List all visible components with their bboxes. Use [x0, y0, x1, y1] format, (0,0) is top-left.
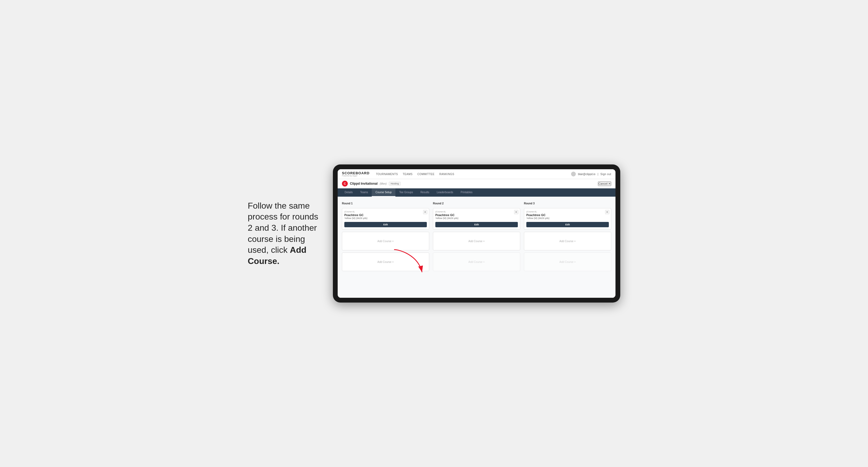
content-area: Round 1 ✕ (Course A) Peachtree GC Yellow… [338, 197, 616, 298]
round-3-add-course-label-1: Add Course + [559, 240, 576, 243]
nav-rankings[interactable]: RANKINGS [439, 173, 454, 176]
tab-leaderboards[interactable]: Leaderboards [433, 188, 457, 197]
user-email: blair@clippd.io [578, 173, 595, 176]
user-avatar [571, 172, 576, 177]
top-nav: SCOREBOARD Powered by clippd TOURNAMENTS… [338, 169, 616, 179]
brand-sub: Powered by clippd [342, 175, 370, 177]
round-1-add-course-label-1: Add Course + [377, 240, 394, 243]
round-1-course-name: Peachtree GC [344, 213, 427, 217]
round-2-course-name: Peachtree GC [435, 213, 518, 217]
round-3-add-course-2: Add Course + [524, 252, 611, 271]
round-1-remove-button[interactable]: ✕ [423, 210, 427, 214]
round-3-edit-button[interactable]: Edit [526, 222, 609, 227]
round-2-edit-button[interactable]: Edit [435, 222, 518, 227]
round-3-add-course-label-2: Add Course + [559, 260, 576, 263]
instruction-bold: Add Course. [248, 245, 306, 266]
brand-logo: SCOREBOARD Powered by clippd [342, 172, 370, 177]
tab-results[interactable]: Results [417, 188, 433, 197]
round-1-add-course-label-2: Add Course + [377, 260, 394, 263]
tab-tee-groups[interactable]: Tee Groups [395, 188, 417, 197]
round-1-label: Round 1 [342, 202, 429, 205]
tab-printables[interactable]: Printables [457, 188, 476, 197]
round-3-label: Round 3 [524, 202, 611, 205]
round-1-course-detail: Yellow (M) (6629 yds) [344, 217, 427, 220]
round-1-course-tag: (Course A) [344, 211, 427, 213]
round-1-course-card: ✕ (Course A) Peachtree GC Yellow (M) (66… [342, 208, 429, 230]
round-2-add-course-1[interactable]: Add Course + [433, 232, 520, 250]
instruction-text: Follow the same process for rounds 2 and… [248, 200, 322, 267]
round-2-remove-button[interactable]: ✕ [514, 210, 518, 214]
nav-tournaments[interactable]: TOURNAMENTS [376, 173, 398, 176]
round-3-course-name: Peachtree GC [526, 213, 609, 217]
tablet-device: SCOREBOARD Powered by clippd TOURNAMENTS… [333, 164, 620, 303]
nav-committee[interactable]: COMMITTEE [417, 173, 435, 176]
nav-teams[interactable]: TEAMS [403, 173, 412, 176]
tablet-screen: SCOREBOARD Powered by clippd TOURNAMENTS… [338, 169, 616, 298]
round-2-add-course-label-1: Add Course + [468, 240, 485, 243]
round-3-remove-button[interactable]: ✕ [605, 210, 609, 214]
sub-header-left: C Clippd Invitational (Men) Hosting [342, 181, 401, 187]
round-3-column: Round 3 ✕ (Course A) Peachtree GC Yellow… [524, 202, 611, 271]
round-3-add-course-1[interactable]: Add Course + [524, 232, 611, 250]
round-2-add-course-label-2: Add Course + [468, 260, 485, 263]
nav-links: TOURNAMENTS TEAMS COMMITTEE RANKINGS [376, 173, 565, 176]
round-2-course-detail: Yellow (M) (6629 yds) [435, 217, 518, 220]
round-2-course-card: ✕ (Course A) Peachtree GC Yellow (M) (66… [433, 208, 520, 230]
round-3-course-card: ✕ (Course A) Peachtree GC Yellow (M) (66… [524, 208, 611, 230]
tab-bar: Details Teams Course Setup Tee Groups Re… [338, 188, 616, 197]
sign-out-link[interactable]: Sign out [600, 173, 611, 176]
round-2-course-tag: (Course A) [435, 211, 518, 213]
rounds-grid: Round 1 ✕ (Course A) Peachtree GC Yellow… [342, 202, 611, 271]
round-3-course-tag: (Course A) [526, 211, 609, 213]
round-2-add-course-2: Add Course + [433, 252, 520, 271]
hosting-badge: Hosting [389, 182, 401, 185]
sub-header: C Clippd Invitational (Men) Hosting Canc… [338, 179, 616, 188]
tournament-name: Clippd Invitational [350, 182, 378, 185]
tab-teams[interactable]: Teams [356, 188, 372, 197]
cancel-button[interactable]: Cancel ✕ [598, 182, 611, 186]
round-2-label: Round 2 [433, 202, 520, 205]
tab-course-setup[interactable]: Course Setup [372, 188, 395, 197]
round-2-column: Round 2 ✕ (Course A) Peachtree GC Yellow… [433, 202, 520, 271]
round-1-add-course-1[interactable]: Add Course + [342, 232, 429, 250]
round-1-column: Round 1 ✕ (Course A) Peachtree GC Yellow… [342, 202, 429, 271]
nav-right: blair@clippd.io | Sign out [571, 172, 611, 177]
brand-name: SCOREBOARD [342, 172, 370, 175]
round-1-edit-button[interactable]: Edit [344, 222, 427, 227]
tab-details[interactable]: Details [341, 188, 356, 197]
round-1-add-course-2[interactable]: Add Course + [342, 252, 429, 271]
divider: | [598, 173, 598, 176]
tournament-gender: (Men) [380, 182, 386, 185]
round-3-course-detail: Yellow (M) (6629 yds) [526, 217, 609, 220]
clippd-logo-icon: C [342, 181, 348, 187]
page-wrapper: Follow the same process for rounds 2 and… [248, 164, 620, 303]
